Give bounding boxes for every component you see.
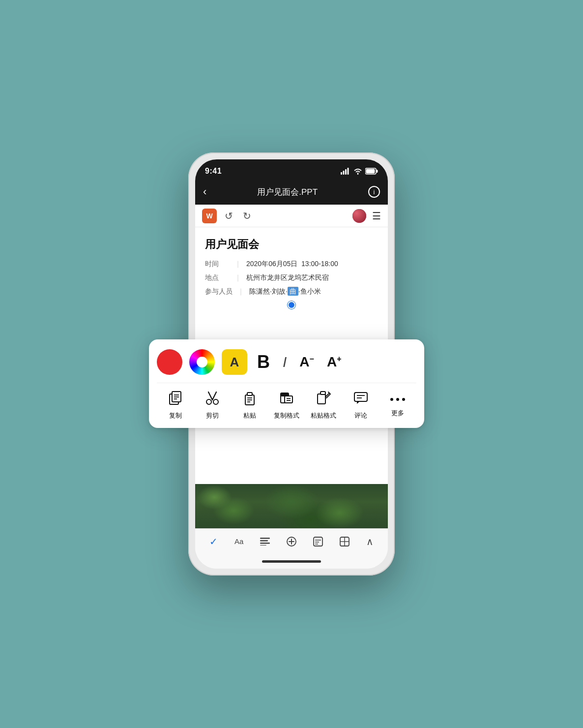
phone-frame: 9:41	[188, 152, 395, 576]
align-button[interactable]	[257, 536, 273, 547]
paste-format-icon	[316, 390, 331, 408]
paste-label: 粘贴	[243, 411, 256, 420]
status-time: 9:41	[205, 167, 222, 176]
svg-rect-31	[247, 393, 252, 395]
confirm-button[interactable]: ✓	[206, 534, 221, 549]
paste-format-label: 粘贴格式	[311, 411, 336, 420]
status-icons	[341, 168, 378, 175]
collapse-button[interactable]: ∧	[363, 534, 377, 549]
leaf-image	[195, 484, 388, 528]
title-bar: ‹ 用户见面会.PPT i	[195, 181, 388, 205]
more-button[interactable]: 更多	[380, 390, 415, 418]
svg-rect-10	[260, 545, 266, 546]
cut-icon	[204, 390, 220, 408]
comment-icon	[353, 390, 369, 408]
copy-format-label: 复制格式	[274, 411, 299, 420]
more-label: 更多	[391, 409, 404, 418]
table-icon	[340, 537, 350, 546]
svg-rect-6	[366, 169, 375, 174]
app-logo: W	[202, 209, 217, 223]
edit-toolbar: ✓ Aa	[195, 528, 388, 554]
comment-button[interactable]: 评论	[344, 390, 378, 420]
comment-label: 评论	[354, 411, 367, 420]
redo-button[interactable]: ↻	[241, 208, 253, 224]
svg-point-46	[396, 398, 399, 401]
svg-rect-0	[341, 172, 342, 175]
document-title: 用户见面会.PPT	[257, 186, 318, 198]
battery-icon	[365, 168, 378, 175]
font-size-decrease-button[interactable]: A−	[296, 354, 317, 370]
note-icon	[313, 537, 323, 546]
doc-label-location: 地点	[205, 273, 230, 282]
svg-point-27	[213, 399, 218, 404]
svg-rect-9	[260, 543, 270, 544]
svg-rect-41	[321, 392, 325, 394]
svg-rect-8	[260, 540, 268, 542]
text-selection: 曲	[288, 287, 298, 296]
text-cursor	[288, 301, 295, 309]
align-icon	[260, 538, 270, 546]
insert-button[interactable]	[284, 535, 299, 548]
font-size-button[interactable]: Aa	[232, 535, 246, 547]
copy-label: 复制	[169, 411, 182, 420]
copy-format-icon	[279, 390, 294, 408]
insert-icon	[287, 537, 296, 546]
svg-rect-14	[314, 537, 322, 546]
paste-button[interactable]: 粘贴	[233, 390, 267, 420]
status-bar: 9:41	[195, 159, 388, 181]
home-bar	[262, 560, 321, 563]
cut-label: 剪切	[206, 411, 219, 420]
table-button[interactable]	[337, 535, 352, 548]
svg-line-28	[208, 392, 212, 400]
doc-value-attendees: 陈潇然·刘故·曲·鱼小米	[249, 287, 321, 296]
doc-title: 用户见面会	[205, 237, 378, 252]
font-size-increase-button[interactable]: A+	[324, 354, 345, 370]
doc-row-time: 时间 ｜ 2020年06月05日 13:00-18:00	[205, 260, 378, 269]
doc-value-time: 2020年06月05日 13:00-18:00	[246, 260, 338, 269]
color-red-button[interactable]	[157, 349, 182, 375]
home-indicator	[195, 554, 388, 569]
doc-row-attendees: 参与人员 ｜ 陈潇然·刘故·曲·鱼小米	[205, 287, 378, 296]
paste-icon	[242, 390, 258, 408]
app-toolbar: W ↺ ↻ ☰	[195, 205, 388, 227]
svg-rect-42	[354, 393, 367, 401]
svg-rect-1	[343, 171, 345, 175]
doc-row-location: 地点 ｜ 杭州市龙井区龙坞艺术民宿	[205, 273, 378, 282]
italic-button[interactable]: I	[280, 354, 290, 370]
paste-format-button[interactable]: 粘贴格式	[306, 390, 341, 420]
context-menu: A B I A− A+ 复制	[149, 339, 424, 428]
back-button[interactable]: ‹	[203, 185, 206, 198]
wifi-icon	[353, 168, 362, 175]
undo-button[interactable]: ↺	[223, 208, 235, 224]
more-icon	[390, 390, 406, 406]
cut-button[interactable]: 剪切	[195, 390, 230, 420]
svg-point-47	[402, 398, 405, 401]
doc-value-location: 杭州市龙井区龙坞艺术民宿	[246, 273, 329, 282]
note-button[interactable]	[310, 535, 326, 548]
svg-rect-37	[285, 396, 292, 403]
copy-button[interactable]: 复制	[158, 390, 193, 420]
doc-label-attendees: 参与人员	[205, 287, 233, 296]
copy-icon	[168, 390, 183, 408]
user-avatar[interactable]	[352, 209, 366, 223]
svg-line-29	[212, 392, 216, 400]
svg-point-45	[390, 398, 393, 401]
svg-rect-3	[348, 168, 349, 175]
font-color-button[interactable]: A	[222, 349, 247, 375]
svg-rect-2	[345, 169, 347, 175]
svg-point-26	[206, 399, 211, 404]
info-button[interactable]: i	[368, 186, 380, 198]
svg-rect-7	[260, 538, 270, 539]
doc-label-time: 时间	[205, 260, 230, 269]
signal-icon	[341, 168, 350, 175]
format-row: A B I A− A+	[157, 349, 416, 383]
svg-rect-40	[318, 394, 325, 404]
action-row: 复制 剪切	[157, 383, 416, 420]
copy-format-button[interactable]: 复制格式	[269, 390, 304, 420]
menu-button[interactable]: ☰	[372, 210, 381, 222]
color-wheel-button[interactable]	[189, 349, 215, 375]
bold-button[interactable]: B	[254, 352, 273, 372]
svg-rect-5	[377, 170, 378, 173]
